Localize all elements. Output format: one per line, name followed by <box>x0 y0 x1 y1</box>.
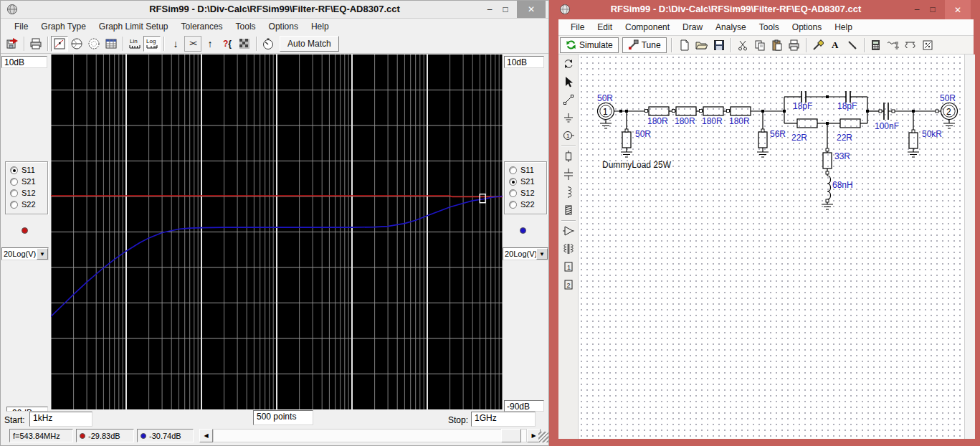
palette-separator <box>561 220 576 221</box>
menu-component[interactable]: Component <box>619 21 676 34</box>
series1-label: 180R <box>647 116 668 126</box>
maximize-button[interactable]: □ <box>926 3 939 16</box>
simulate-button[interactable]: Simulate <box>560 37 619 53</box>
graph-plot[interactable] <box>51 54 503 409</box>
points-input[interactable]: 500 points <box>253 410 313 425</box>
menu-analyse[interactable]: Analyse <box>709 21 753 34</box>
copy-icon[interactable] <box>751 37 769 53</box>
subcircuit1-icon[interactable]: 1 <box>560 258 577 275</box>
s-parameter-graph[interactable] <box>51 54 503 409</box>
cursor-scrollbar-thumb[interactable] <box>501 429 521 442</box>
menu-tools[interactable]: Tools <box>229 20 262 33</box>
save-export-icon[interactable] <box>4 36 21 52</box>
right-format-dropdown[interactable]: 20Log(V)▼ <box>503 247 548 260</box>
print-icon[interactable] <box>786 37 803 53</box>
rect-graph-icon[interactable] <box>51 36 68 52</box>
chevron-down-icon[interactable]: ▼ <box>37 248 48 260</box>
stop-input[interactable]: 1GHz <box>471 412 536 427</box>
capacitor-icon[interactable] <box>560 166 577 183</box>
menu-options[interactable]: Options <box>786 21 828 34</box>
left-format-dropdown[interactable]: 20Log(V)▼ <box>1 247 49 260</box>
menu-help[interactable]: Help <box>828 21 859 34</box>
save-icon[interactable] <box>710 37 728 53</box>
polar-chart-icon[interactable] <box>85 36 103 52</box>
subcircuit2-icon[interactable]: 2 <box>560 276 577 293</box>
table-icon[interactable] <box>103 36 120 52</box>
series2-label: 180R <box>675 116 695 126</box>
linear-scale-icon[interactable]: Lin <box>126 36 143 52</box>
toolbar-separator <box>806 38 807 52</box>
minimize-button[interactable]: – <box>910 3 923 16</box>
menu-help[interactable]: Help <box>305 20 336 33</box>
zoom-out-icon[interactable]: ↓ <box>167 36 184 52</box>
crystal-icon[interactable] <box>560 201 577 219</box>
pointer-icon[interactable] <box>560 73 577 90</box>
port-icon[interactable]: 1 <box>560 127 577 144</box>
print-icon[interactable] <box>27 36 44 52</box>
radio-s21[interactable]: S21 <box>509 176 543 187</box>
canvas-vscrollbar[interactable]: ▲ <box>964 54 975 439</box>
chevron-down-icon[interactable]: ▼ <box>536 248 548 260</box>
radio-s12[interactable]: S12 <box>509 187 543 199</box>
paste-icon[interactable] <box>769 37 786 53</box>
rotate-icon[interactable] <box>560 55 577 72</box>
toolbar-separator <box>123 37 123 51</box>
text-tool-icon[interactable]: A <box>827 37 844 53</box>
minimize-button[interactable]: – <box>482 3 497 16</box>
left-top-scale[interactable]: 10dB <box>1 56 47 68</box>
maximize-button[interactable]: □ <box>498 3 513 16</box>
series3-label: 180R <box>702 116 723 126</box>
query-icon[interactable]: ?{ <box>219 36 236 52</box>
resize-grip[interactable] <box>538 432 548 442</box>
menu-file[interactable]: File <box>8 20 34 33</box>
cut-icon[interactable] <box>734 37 751 53</box>
close-button[interactable]: ✕ <box>945 0 971 19</box>
zoom-in-icon[interactable]: ↑ <box>201 36 219 52</box>
radio-s21[interactable]: S21 <box>10 176 44 187</box>
log-scale-icon[interactable]: Log <box>143 36 161 52</box>
transformer-icon[interactable] <box>560 240 577 257</box>
wire-icon[interactable] <box>560 91 577 108</box>
line-tool-icon[interactable] <box>844 37 861 53</box>
radio-s12[interactable]: S12 <box>10 187 44 199</box>
smith-chart-icon[interactable] <box>68 36 85 52</box>
cursor-scrollbar-track[interactable] <box>213 429 527 442</box>
amplifier-icon[interactable] <box>560 222 577 239</box>
inductor-icon[interactable] <box>560 184 577 201</box>
menu-draw[interactable]: Draw <box>676 21 709 34</box>
menu-edit[interactable]: Edit <box>591 21 619 34</box>
menu-graph-type[interactable]: Graph Type <box>34 20 92 33</box>
coupler-design-icon[interactable] <box>919 37 936 53</box>
radio-s22[interactable]: S22 <box>10 199 44 210</box>
radio-s11[interactable]: S11 <box>10 164 44 176</box>
right-bottom-scale[interactable]: -90dB <box>504 400 544 412</box>
left-bottom-scale[interactable]: -90dB <box>6 407 48 412</box>
erase-icon[interactable] <box>809 37 827 53</box>
attenuator-design-icon[interactable] <box>902 37 919 53</box>
menu-tools[interactable]: Tools <box>753 21 786 34</box>
menu-options[interactable]: Options <box>262 20 305 33</box>
schematic-window-titlebar[interactable]: RFSim99 - D:\Div-Calc\RFSim99\Filter-RF\… <box>549 0 980 19</box>
scroll-left-arrow[interactable]: ◀ <box>199 429 213 442</box>
new-icon[interactable] <box>676 37 693 53</box>
ground-icon[interactable] <box>560 109 577 126</box>
zoom-fit-icon[interactable]: >< <box>184 36 201 52</box>
open-icon[interactable] <box>693 37 710 53</box>
schematic-canvas[interactable]: 1 2 50R 50R 180R 180R 180R 180R 56R 18pF… <box>579 54 964 439</box>
menu-file[interactable]: File <box>564 21 591 34</box>
calculator-icon[interactable] <box>867 37 885 53</box>
menu-tolerances[interactable]: Tolerances <box>175 20 229 33</box>
tolerance-icon[interactable] <box>236 36 253 52</box>
tune-button[interactable]: Tune <box>622 37 667 53</box>
compass-icon[interactable] <box>260 36 277 52</box>
radio-s22[interactable]: S22 <box>509 199 543 210</box>
start-input[interactable]: 1kHz <box>29 412 92 427</box>
menu-graph-limit-setup[interactable]: Graph Limit Setup <box>92 20 175 33</box>
filter-design-icon[interactable] <box>885 37 902 53</box>
graph-window-titlebar[interactable]: RFSim99 - D:\Div-Calc\RFSim99\Filter-RF\… <box>1 1 548 19</box>
auto-match-button[interactable]: Auto Match <box>280 36 339 52</box>
right-top-scale[interactable]: 10dB <box>504 56 544 68</box>
radio-s11[interactable]: S11 <box>509 164 543 176</box>
close-button[interactable]: ✕ <box>517 1 546 18</box>
resistor-icon[interactable] <box>560 148 577 165</box>
